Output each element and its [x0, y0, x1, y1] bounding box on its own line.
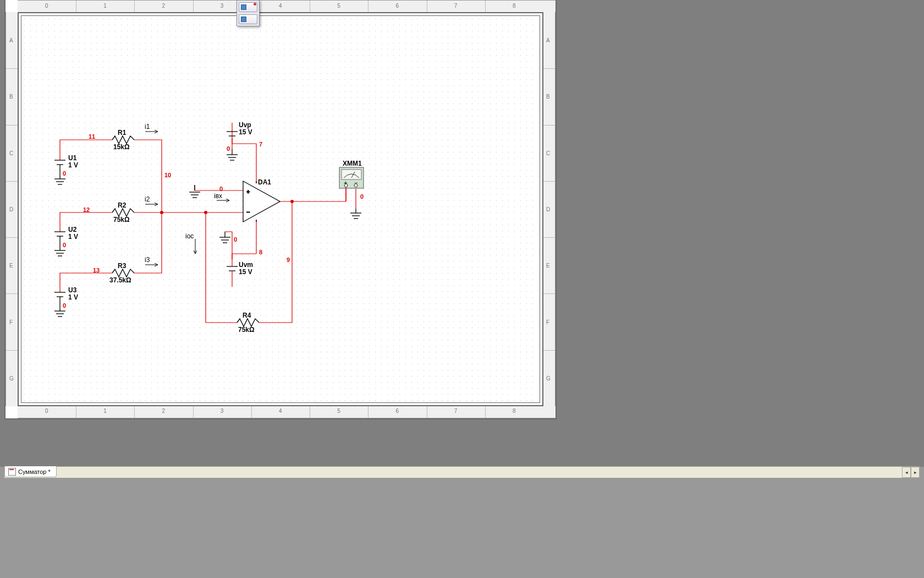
tab-scroll-right[interactable]: ▸ [911, 467, 920, 478]
workspace: 012345678 012345678 ABCDEFG ABCDEFG .w{s… [0, 0, 924, 578]
document-tab-active[interactable]: Сумматор * [4, 466, 57, 477]
tab-bar-spacer [58, 467, 902, 478]
sheet-shadow [6, 0, 556, 418]
document-tab-title: Сумматор * [18, 468, 51, 475]
canvas-background[interactable]: 012345678 012345678 ABCDEFG ABCDEFG .w{s… [0, 0, 924, 467]
tab-scroll-left[interactable]: ◂ [902, 467, 911, 478]
document-tab-bar: Сумматор * ◂ ▸ [4, 466, 920, 478]
document-tab-icon [8, 468, 16, 476]
